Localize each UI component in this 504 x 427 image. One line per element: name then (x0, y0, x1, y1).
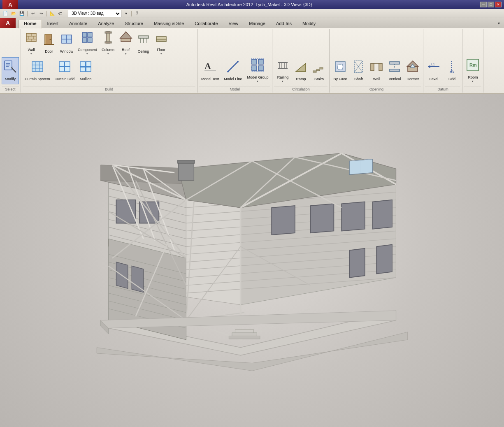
tab-addins[interactable]: Add-Ins (271, 20, 297, 28)
vertical-button[interactable]: Vertical (386, 57, 403, 84)
ramp-label: Ramp (296, 77, 306, 81)
column-label: Column (102, 48, 114, 52)
new-button[interactable]: 📄 (2, 10, 9, 17)
roof-label: Roof (122, 48, 130, 52)
tab-annotate[interactable]: Annotate (64, 20, 93, 28)
ribbon-group-opening: By Face Shaft (330, 29, 423, 93)
railing-dropdown[interactable]: ▾ (282, 80, 283, 83)
curtain-system-button[interactable]: Curtain System (23, 57, 52, 84)
svg-marker-129 (341, 202, 365, 231)
railing-label: Railing (277, 75, 289, 80)
door-button[interactable]: Door (40, 30, 58, 57)
undo-button[interactable]: ↩ (29, 10, 37, 17)
title-bar-controls[interactable]: ─ □ ✕ (480, 2, 502, 7)
model-text-icon: A (204, 60, 217, 76)
app-orb[interactable]: A (0, 18, 16, 28)
title-bar-title: Autodesk Revit Architecture 2012 Lych_Ma… (18, 2, 480, 7)
floor-label: Floor (157, 48, 165, 52)
dormer-button[interactable]: Dormer (404, 57, 421, 84)
model-text-label: Model Text (201, 77, 219, 81)
room-button[interactable]: Rm Room ▾ (464, 57, 481, 84)
window-button[interactable]: Window (58, 30, 75, 57)
svg-point-13 (50, 39, 51, 40)
svg-line-46 (228, 62, 238, 72)
model-line-button[interactable]: Model Line (222, 57, 244, 84)
view-selector-arrow[interactable]: ▾ (122, 10, 130, 17)
model-group-button[interactable]: Model Group ▾ (245, 57, 270, 84)
railing-button[interactable]: Railing ▾ (274, 57, 291, 84)
tab-structure[interactable]: Structure (119, 20, 149, 28)
close-button[interactable]: ✕ (495, 2, 502, 7)
ramp-button[interactable]: Ramp (292, 57, 309, 84)
svg-text:A: A (451, 71, 453, 73)
component-button[interactable]: Component ▾ (76, 30, 99, 57)
ceiling-icon (137, 32, 150, 48)
modify-label: Modify (5, 77, 16, 81)
model-group-dropdown[interactable]: ▾ (257, 80, 258, 83)
help-button[interactable]: ? (133, 10, 141, 17)
by-face-label: By Face (333, 77, 347, 81)
column-button[interactable]: Column ▾ (100, 30, 117, 57)
level-button[interactable]: L1 Level (425, 57, 442, 84)
mullion-button[interactable]: Mullion (77, 57, 94, 84)
shaft-button[interactable]: Shaft (350, 57, 367, 84)
tab-insert[interactable]: Insert (42, 20, 64, 28)
svg-rect-65 (316, 69, 320, 70)
save-button[interactable]: 💾 (18, 10, 26, 17)
level-icon: L1 (427, 60, 440, 76)
app-menu-button[interactable]: A (2, 0, 18, 9)
stairs-button[interactable]: Stairs (310, 57, 327, 84)
maximize-button[interactable]: □ (488, 2, 494, 7)
model-line-label: Model Line (224, 77, 242, 81)
component-dropdown[interactable]: ▾ (86, 52, 88, 56)
tab-manage[interactable]: Manage (244, 20, 271, 28)
door-icon (42, 32, 56, 48)
model-text-button[interactable]: A Model Text (199, 57, 221, 84)
view-selector[interactable]: 3D View : 3D вид (68, 10, 121, 17)
tab-spacer (321, 19, 495, 28)
curtain-grid-button[interactable]: Curtain Grid (53, 57, 77, 84)
quick-access-toolbar: 📄 📂 💾 ↩ ↪ 📐 🏷 3D View : 3D вид ▾ ? (0, 9, 504, 18)
modify-button[interactable]: Modify (2, 57, 19, 84)
ribbon-spacer (483, 29, 504, 93)
column-dropdown[interactable]: ▾ (107, 52, 109, 56)
wall-button[interactable]: Wall ▾ (23, 30, 40, 57)
by-face-button[interactable]: By Face (331, 57, 349, 84)
wall-opening-button[interactable]: Wall (368, 57, 385, 84)
floor-dropdown[interactable]: ▾ (160, 52, 162, 56)
minimize-button[interactable]: ─ (480, 2, 487, 7)
tab-analyze[interactable]: Analyze (93, 20, 119, 28)
open-button[interactable]: 📂 (10, 10, 17, 17)
tab-massing[interactable]: Massing & Site (149, 20, 189, 28)
svg-rect-158 (177, 160, 195, 163)
mullion-icon (79, 60, 92, 76)
wall-label: Wall (28, 48, 35, 52)
svg-rect-24 (105, 42, 111, 43)
viewport[interactable] (0, 94, 504, 427)
wall-dropdown[interactable]: ▾ (30, 52, 32, 56)
ceiling-button[interactable]: Ceiling (135, 30, 152, 57)
measure-button[interactable]: 📐 (49, 10, 56, 17)
datum-group-items: L1 Level A Grid (425, 30, 460, 85)
svg-rect-51 (252, 66, 257, 71)
room-group-empty-label (464, 86, 481, 92)
grid-button[interactable]: A Grid (443, 57, 460, 84)
floor-button[interactable]: Floor ▾ (153, 30, 170, 57)
room-dropdown[interactable]: ▾ (472, 80, 474, 83)
ribbon-group-circulation: Railing ▾ Ramp (272, 29, 330, 93)
roof-button[interactable]: Roof ▾ (117, 30, 135, 57)
redo-button[interactable]: ↪ (37, 10, 45, 17)
wall-icon (25, 31, 38, 46)
tab-collaborate[interactable]: Collaborate (189, 20, 223, 28)
ribbon-collapse[interactable]: ▾ (495, 19, 502, 27)
ribbon-group-datum: L1 Level A Grid (423, 29, 462, 93)
roof-dropdown[interactable]: ▾ (125, 52, 127, 56)
tab-view[interactable]: View (223, 20, 244, 28)
tab-modify[interactable]: Modify (297, 20, 321, 28)
ribbon: A Home Insert Annotate Analyze Structure… (0, 18, 504, 94)
tag-button[interactable]: 🏷 (57, 10, 64, 17)
tab-home[interactable]: Home (19, 20, 42, 28)
model-group-label: Model Group (247, 75, 268, 80)
separator-2 (46, 11, 47, 16)
svg-rect-75 (390, 62, 399, 64)
